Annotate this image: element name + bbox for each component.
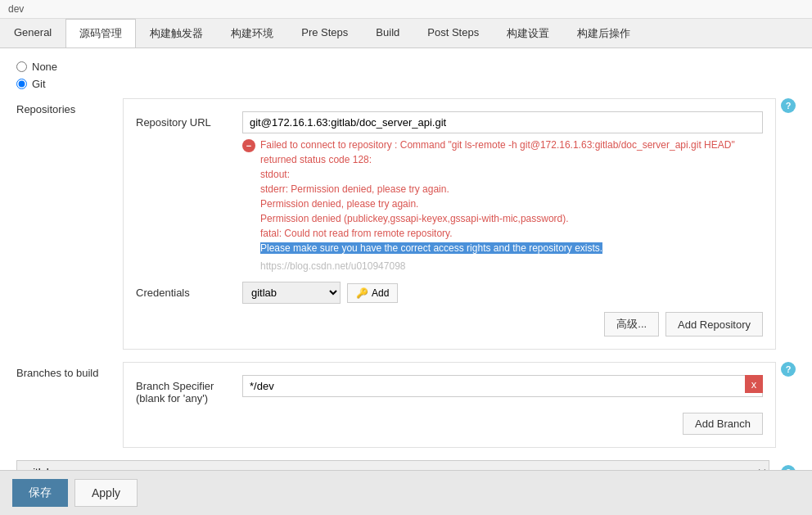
repositories-inner: Repository URL − Failed to connect to re… [123,98,776,350]
tab-pre-steps[interactable]: Pre Steps [287,19,362,47]
branches-content: x Branch Specifier (blank for 'any') Add… [123,362,776,448]
branch-specifier-input-wrapper [242,375,763,397]
top-bar: dev [0,0,812,19]
error-minus-icon: − [246,141,251,151]
add-credentials-label: Add [372,287,389,299]
tab-build-settings[interactable]: 构建设置 [493,19,563,47]
advanced-button[interactable]: 高级... [604,312,659,337]
radio-git-label: Git [32,78,46,90]
radio-none: None [16,61,796,73]
branches-help-symbol: ? [786,364,792,374]
branches-label: Branches to build [16,362,123,448]
top-bar-label: dev [8,3,24,15]
tab-build-trigger[interactable]: 构建触发器 [136,19,217,47]
radio-none-label: None [32,61,57,73]
add-branch-button[interactable]: Add Branch [683,413,763,435]
main-content: None Git Repositories Repository URL [0,48,812,496]
branches-inner: x Branch Specifier (blank for 'any') Add… [123,362,776,448]
repo-url-row: Repository URL − Failed to connect to re… [136,111,763,273]
branch-specifier-label: Branch Specifier (blank for 'any') [136,375,242,404]
repo-url-label: Repository URL [136,111,242,129]
add-repository-button[interactable]: Add Repository [665,312,763,337]
error-highlight: Please make sure you have the correct ac… [260,242,602,254]
key-icon: 🔑 [356,287,368,299]
error-icon: − [242,139,255,152]
credentials-label: Credentials [136,282,242,299]
branch-action-row: Add Branch [136,413,763,435]
credentials-select[interactable]: gitlab [242,282,341,304]
tab-source-mgmt[interactable]: 源码管理 [65,19,136,48]
repositories-section: Repositories Repository URL − [16,98,796,350]
credentials-controls: gitlab 🔑 Add [242,282,398,304]
tab-build[interactable]: Build [362,19,413,47]
bottom-bar: 保存 Apply [0,470,812,496]
error-block: − Failed to connect to repository : Comm… [242,138,763,273]
help-symbol: ? [786,101,792,111]
repositories-help-icon[interactable]: ? [781,98,796,113]
tab-general[interactable]: General [0,19,65,47]
credentials-row: Credentials gitlab 🔑 Add [136,282,763,304]
scm-radio-group: None Git [16,61,796,90]
save-button[interactable]: 保存 [12,479,68,496]
repo-url-input-wrapper: − Failed to connect to repository : Comm… [242,111,763,273]
tab-post-build[interactable]: 构建后操作 [563,19,644,47]
tab-post-steps[interactable]: Post Steps [413,19,493,47]
repo-action-row: 高级... Add Repository [136,312,763,337]
apply-button[interactable]: Apply [74,479,138,496]
x-icon: x [751,378,757,391]
branch-specifier-row: Branch Specifier (blank for 'any') [136,375,763,404]
radio-git: Git [16,78,796,90]
radio-none-input[interactable] [16,61,27,72]
remove-branch-button[interactable]: x [745,375,763,393]
tab-build-env[interactable]: 构建环境 [217,19,287,47]
branches-help-icon[interactable]: ? [781,362,796,377]
repositories-label: Repositories [16,98,123,350]
branch-specifier-input[interactable] [242,375,763,397]
radio-git-input[interactable] [16,79,27,89]
add-credentials-button[interactable]: 🔑 Add [347,283,398,303]
branches-section: Branches to build x Branch Specifier (bl… [16,362,796,448]
watermark: https://blog.csdn.net/u010947098 [260,259,763,273]
repo-url-input[interactable] [242,111,763,133]
repositories-content: Repository URL − Failed to connect to re… [123,98,776,350]
tabs-container: General 源码管理 构建触发器 构建环境 Pre Steps Build … [0,19,812,48]
error-message: Failed to connect to repository : Comman… [260,139,735,239]
error-text: Failed to connect to repository : Comman… [260,138,763,273]
